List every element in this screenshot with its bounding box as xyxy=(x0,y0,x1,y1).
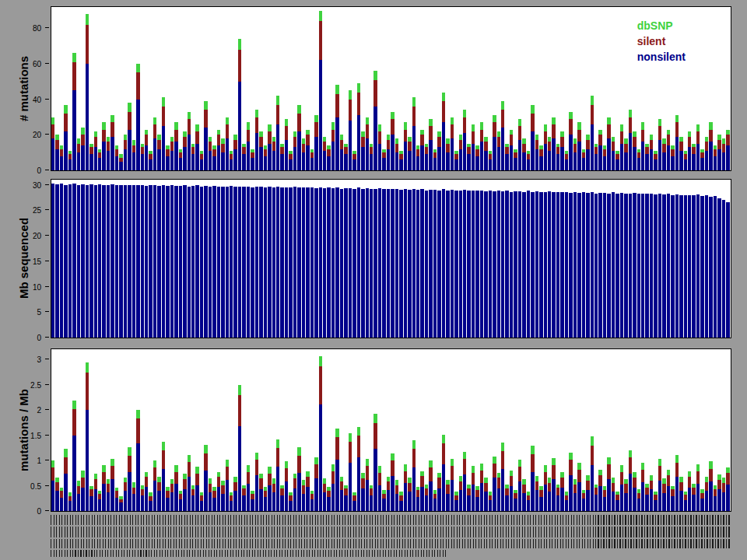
sample-bar xyxy=(654,151,657,170)
bar-segment-silent xyxy=(717,480,721,489)
bar-segment-silent xyxy=(387,481,390,490)
bar-segment-dbSNP xyxy=(493,115,496,122)
bar-segment-dbSNP xyxy=(607,117,610,124)
y-tick-mark xyxy=(45,409,49,410)
sample-bar xyxy=(679,477,682,511)
bar-segment-silent xyxy=(726,135,729,145)
bar-segment-dbSNP xyxy=(420,471,423,477)
sample-bar xyxy=(306,130,309,170)
sample-bar xyxy=(374,71,377,170)
bar-segment-silent xyxy=(191,147,195,154)
sample-bar xyxy=(378,466,381,511)
sample-bar xyxy=(162,185,165,338)
bar-segment-dbSNP xyxy=(705,477,708,482)
bar-segment-silent xyxy=(637,493,640,499)
sample-bar xyxy=(484,478,487,511)
bar-segment-nonsilent xyxy=(420,145,423,170)
bar-segment-nonsilent xyxy=(654,159,657,170)
bar-segment-nonsilent xyxy=(700,499,703,511)
bar-segment-silent xyxy=(81,478,84,488)
sample-bar xyxy=(489,151,492,170)
bar-segment-nonsilent xyxy=(539,156,542,170)
bar-segment-dbSNP xyxy=(81,471,84,478)
sample-bar xyxy=(68,492,72,511)
bar-segment-nonsilent xyxy=(408,492,411,511)
bar-segment-nonsilent xyxy=(454,159,458,170)
bar-segment-Mb sequenced xyxy=(433,190,437,338)
bar-segment-nonsilent xyxy=(484,492,487,511)
bar-segment-nonsilent xyxy=(188,135,191,170)
bar-segment-silent xyxy=(387,140,390,149)
sample-bar xyxy=(268,187,271,338)
sample-bar xyxy=(493,191,496,338)
bar-segment-dbSNP xyxy=(247,122,250,129)
bar-segment-silent xyxy=(705,482,708,492)
bar-segment-nonsilent xyxy=(374,107,377,170)
bar-segment-nonsilent xyxy=(612,492,615,511)
bar-segment-silent xyxy=(72,62,75,91)
y-axis-ticks-panel1: 020406080 xyxy=(0,7,50,170)
bar-segment-Mb sequenced xyxy=(451,190,454,338)
bar-segment-silent xyxy=(560,137,563,148)
bar-segment-nonsilent xyxy=(425,495,428,511)
sample-bar xyxy=(361,473,364,511)
sample-bar xyxy=(454,191,458,338)
bar-segment-nonsilent xyxy=(319,404,322,511)
sample-bar xyxy=(539,192,542,338)
bar-segment-silent xyxy=(480,471,483,483)
bar-segment-nonsilent xyxy=(378,485,381,511)
bar-segment-Mb sequenced xyxy=(552,192,555,338)
bar-segment-nonsilent xyxy=(314,478,317,511)
sample-bar xyxy=(505,144,508,170)
bar-segment-dbSNP xyxy=(429,119,432,126)
bar-segment-silent xyxy=(98,152,101,158)
sample-bar xyxy=(582,149,585,170)
bar-segment-nonsilent xyxy=(55,491,58,511)
bar-segment-nonsilent xyxy=(451,480,454,511)
sample-bar xyxy=(289,187,292,338)
sample-bar xyxy=(696,194,700,338)
bar-segment-silent xyxy=(166,149,169,156)
bar-segment-silent xyxy=(89,489,93,496)
bar-segment-silent xyxy=(514,152,517,158)
bar-segment-Mb sequenced xyxy=(272,187,275,338)
bar-segment-nonsilent xyxy=(357,457,360,511)
bar-segment-dbSNP xyxy=(268,467,271,474)
bar-segment-nonsilent xyxy=(467,495,470,511)
bar-segment-nonsilent xyxy=(204,471,207,511)
y-tick-label: 3 xyxy=(37,355,41,364)
bar-segment-silent xyxy=(565,495,568,501)
sample-bar xyxy=(442,435,445,511)
sample-bar xyxy=(501,443,504,511)
bar-segment-dbSNP xyxy=(174,465,177,472)
bar-segment-nonsilent xyxy=(404,142,407,170)
sample-bar xyxy=(688,195,691,338)
bar-segment-silent xyxy=(132,488,135,495)
bar-segment-silent xyxy=(650,481,653,489)
bar-segment-nonsilent xyxy=(242,495,245,511)
bar-segment-nonsilent xyxy=(289,501,292,511)
bar-segment-nonsilent xyxy=(179,158,182,170)
sample-bar xyxy=(293,187,296,338)
bar-segment-dbSNP xyxy=(522,138,525,144)
sample-bar xyxy=(119,496,122,511)
bar-segment-silent xyxy=(251,152,254,158)
bar-segment-nonsilent xyxy=(302,494,305,511)
bar-segment-dbSNP xyxy=(297,447,300,456)
sample-bar xyxy=(484,191,487,338)
bar-segment-silent xyxy=(544,131,547,144)
bar-segment-silent xyxy=(306,135,309,145)
bar-segment-silent xyxy=(420,476,423,486)
bar-segment-dbSNP xyxy=(297,105,300,114)
bar-segment-silent xyxy=(620,131,623,144)
bar-segment-silent xyxy=(289,154,292,159)
sample-bar xyxy=(335,429,338,511)
bar-segment-nonsilent xyxy=(416,156,419,170)
bar-segment-silent xyxy=(577,470,580,482)
bar-segment-Mb sequenced xyxy=(276,187,279,338)
bar-segment-dbSNP xyxy=(170,137,174,142)
bar-segment-dbSNP xyxy=(306,130,309,135)
sample-bar xyxy=(344,144,347,170)
sample-bar xyxy=(314,115,317,170)
sample-bar xyxy=(132,140,135,170)
